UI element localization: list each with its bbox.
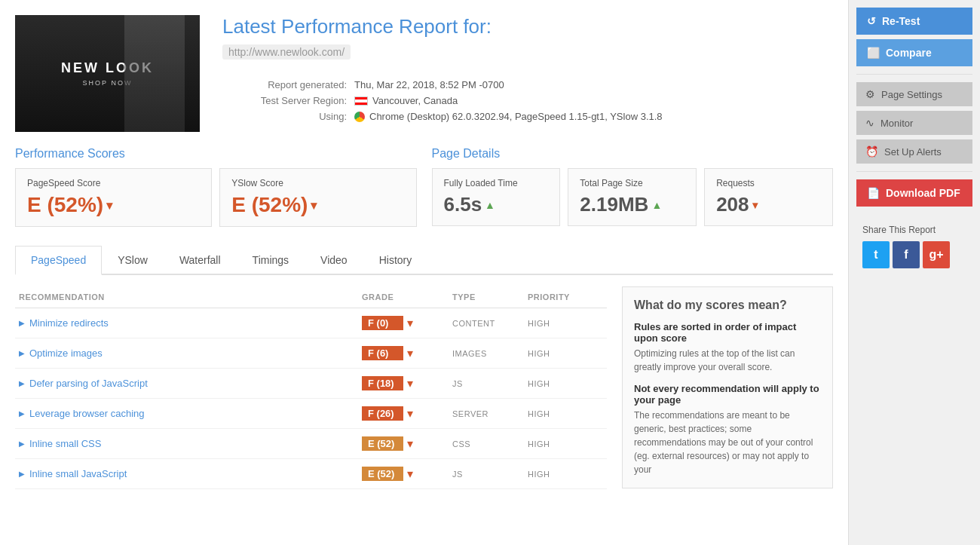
rec-name[interactable]: ▶ Defer parsing of JavaScript <box>19 378 362 389</box>
tab-history[interactable]: History <box>363 246 428 274</box>
rec-label: Inline small JavaScript <box>29 468 127 479</box>
facebook-share-button[interactable]: f <box>893 241 920 268</box>
table-row: ▶ Inline small JavaScript E (52) ▾ JS HI… <box>15 459 607 489</box>
expand-icon: ▶ <box>19 379 25 387</box>
compare-label: Compare <box>886 47 932 59</box>
loaded-label: Fully Loaded Time <box>444 178 549 188</box>
expand-icon: ▶ <box>19 439 25 448</box>
rec-name[interactable]: ▶ Inline small JavaScript <box>19 468 362 479</box>
type-value: JS <box>452 470 528 479</box>
type-value: JS <box>452 379 528 388</box>
rec-name[interactable]: ▶ Optimize images <box>19 348 362 359</box>
page-size-box: Total Page Size 2.19MB ▲ <box>568 168 697 226</box>
expand-icon: ▶ <box>19 409 25 418</box>
thumbnail-figure <box>124 15 185 132</box>
yslow-arrow: ▾ <box>311 198 317 213</box>
pagespeed-arrow: ▾ <box>106 198 112 213</box>
rec-name[interactable]: ▶ Inline small CSS <box>19 438 362 449</box>
pagespeed-score-box: PageSpeed Score E (52%) ▾ <box>15 168 212 227</box>
priority-value: HIGH <box>528 439 603 449</box>
grade-indicator: ▾ <box>407 406 413 421</box>
info-panel: What do my scores mean? Rules are sorted… <box>622 286 833 488</box>
table-row: ▶ Inline small CSS E (52) ▾ CSS HIGH <box>15 429 607 459</box>
loaded-value: 6.5s ▲ <box>444 193 549 216</box>
yslow-label: YSlow Score <box>231 178 404 188</box>
rec-label: Minimize redirects <box>29 317 109 329</box>
sidebar: ↺ Re-Test ⬜ Compare ⚙ Page Settings ∿ Mo… <box>848 0 980 545</box>
alerts-icon: ⏰ <box>865 145 878 158</box>
divider2 <box>856 171 972 172</box>
rec-name[interactable]: ▶ Leverage browser caching <box>19 408 362 419</box>
requests-label: Requests <box>716 178 821 188</box>
retest-button[interactable]: ↺ Re-Test <box>856 8 972 35</box>
rec-name[interactable]: ▶ Minimize redirects <box>19 317 362 329</box>
loaded-time-box: Fully Loaded Time 6.5s ▲ <box>432 168 561 226</box>
download-pdf-label: Download PDF <box>886 187 960 199</box>
page-settings-label: Page Settings <box>881 89 942 100</box>
performance-scores-title: Performance Scores <box>15 147 417 161</box>
tab-video[interactable]: Video <box>305 246 363 274</box>
monitor-button[interactable]: ∿ Monitor <box>856 111 972 135</box>
meta-server-label: Test Server Region: <box>222 95 347 106</box>
grade-badge: F (18) ▾ <box>362 376 452 390</box>
grade-badge: E (52) ▾ <box>362 467 452 481</box>
tab-waterfall[interactable]: Waterfall <box>164 246 237 274</box>
grade-indicator: ▾ <box>407 316 413 330</box>
tab-pagespeed[interactable]: PageSpeed <box>15 246 102 275</box>
type-value: SERVER <box>452 409 528 418</box>
info-section1-title: Rules are sorted in order of impact upon… <box>634 321 821 344</box>
download-pdf-button[interactable]: 📄 Download PDF <box>856 179 972 207</box>
yslow-value: E (52%) ▾ <box>231 193 404 217</box>
priority-value: HIGH <box>528 470 603 479</box>
report-title: Latest Performance Report for: <box>222 15 833 38</box>
size-value: 2.19MB ▲ <box>580 193 684 216</box>
grade-badge: F (6) ▾ <box>362 346 452 360</box>
grade-value: E (52) <box>362 467 403 481</box>
table-rows: ▶ Minimize redirects F (0) ▾ CONTENT HIG… <box>15 308 607 489</box>
setup-alerts-button[interactable]: ⏰ Set Up Alerts <box>856 139 972 164</box>
setup-alerts-label: Set Up Alerts <box>884 146 942 158</box>
page-settings-button[interactable]: ⚙ Page Settings <box>856 82 972 106</box>
grade-value: F (26) <box>362 406 403 421</box>
divider1 <box>856 74 972 75</box>
retest-icon: ↺ <box>867 15 876 27</box>
meta-using-label: Using: <box>222 111 347 122</box>
score-boxes: PageSpeed Score E (52%) ▾ YSlow Score E … <box>15 168 417 227</box>
info-panel-title: What do my scores mean? <box>634 299 821 312</box>
priority-value: HIGH <box>528 379 603 388</box>
size-arrow: ▲ <box>651 199 662 211</box>
gplus-share-button[interactable]: g+ <box>923 241 950 268</box>
report-info: Latest Performance Report for: http://ww… <box>222 15 833 127</box>
compare-icon: ⬜ <box>867 47 880 59</box>
details-boxes: Fully Loaded Time 6.5s ▲ Total Page Size… <box>432 168 834 226</box>
size-label: Total Page Size <box>580 178 684 188</box>
page-details-title: Page Details <box>432 147 834 161</box>
requests-box: Requests 208 ▾ <box>704 168 833 226</box>
col-type: TYPE <box>452 292 528 302</box>
share-icons: t f g+ <box>862 241 966 268</box>
info-section2-text: The recommendations are meant to be gene… <box>634 409 821 476</box>
compare-button[interactable]: ⬜ Compare <box>856 39 972 66</box>
chrome-icon <box>354 112 365 122</box>
recommendations-table: RECOMMENDATION GRADE TYPE PRIORITY ▶ Min… <box>15 286 607 489</box>
site-thumbnail: NEW LOOK SHOP NOW <box>15 15 200 132</box>
table-section: RECOMMENDATION GRADE TYPE PRIORITY ▶ Min… <box>15 286 833 489</box>
grade-badge: E (52) ▾ <box>362 436 452 451</box>
col-grade: GRADE <box>362 292 452 302</box>
twitter-share-button[interactable]: t <box>862 241 890 268</box>
meta-generated-label: Report generated: <box>222 79 347 90</box>
tab-timings[interactable]: Timings <box>237 246 305 274</box>
tab-yslow[interactable]: YSlow <box>102 246 164 274</box>
col-recommendation: RECOMMENDATION <box>19 292 362 302</box>
priority-value: HIGH <box>528 409 603 418</box>
table-row: ▶ Leverage browser caching F (26) ▾ SERV… <box>15 399 607 429</box>
requests-arrow: ▾ <box>752 199 758 211</box>
meta-generated-value: Thu, Mar 22, 2018, 8:52 PM -0700 <box>354 79 504 90</box>
canada-flag <box>354 96 368 106</box>
grade-indicator: ▾ <box>407 346 413 360</box>
meta-using: Using: Chrome (Desktop) 62.0.3202.94, Pa… <box>222 111 833 122</box>
report-meta: Report generated: Thu, Mar 22, 2018, 8:5… <box>222 79 833 122</box>
settings-icon: ⚙ <box>865 88 875 100</box>
meta-generated: Report generated: Thu, Mar 22, 2018, 8:5… <box>222 79 833 90</box>
grade-value: E (52) <box>362 436 403 451</box>
